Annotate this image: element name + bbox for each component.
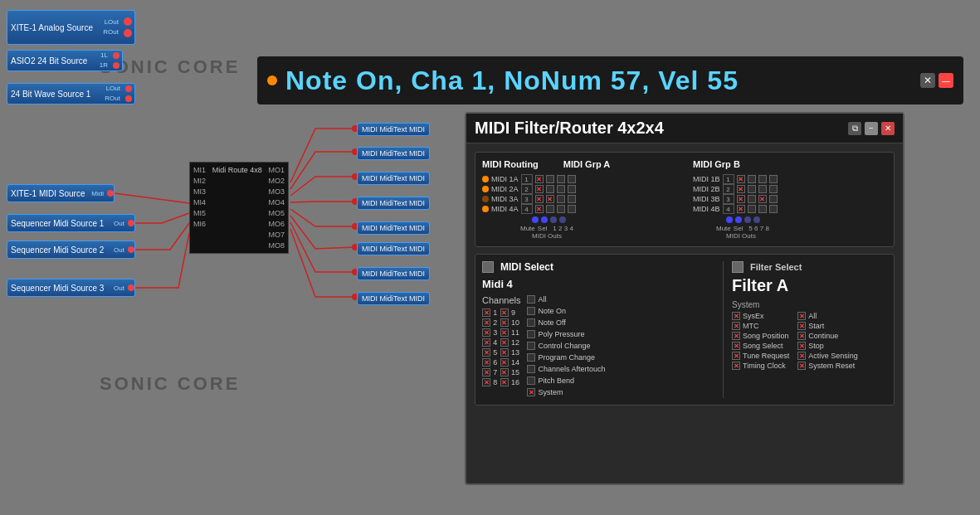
note-on-cb[interactable]: [527, 307, 535, 315]
midi-4b-cb3[interactable]: [758, 205, 767, 213]
program-change-cb[interactable]: [527, 353, 535, 362]
note-off-label: Note Off: [538, 318, 565, 327]
midi-display-close-btn[interactable]: ✕: [920, 73, 935, 88]
led-out-a1: [532, 216, 539, 223]
midi-4a-cb3[interactable]: [557, 205, 565, 213]
panel-min-btn[interactable]: −: [865, 122, 878, 135]
note-off-cb[interactable]: [527, 318, 535, 327]
song-select-cb[interactable]: ✕: [732, 342, 740, 350]
midi-display-min-btn[interactable]: —: [939, 73, 953, 88]
midi-3a-cb2[interactable]: ✕: [546, 195, 554, 203]
mtc-cb[interactable]: ✕: [732, 322, 740, 330]
poly-pressure-cb[interactable]: [527, 330, 535, 338]
ch9-cb[interactable]: ✕: [500, 309, 509, 317]
midi-node-6[interactable]: MIDI MidiText MIDI: [357, 242, 430, 255]
midi-3b-cb3[interactable]: ✕: [758, 195, 767, 203]
song-position-cb[interactable]: ✕: [732, 332, 740, 340]
midi-3a-cb4[interactable]: [568, 195, 576, 203]
midi-2b-cb2[interactable]: [748, 185, 756, 193]
midi-routing-section: MIDI Routing MIDI Grp A MIDI 1A 1 ✕: [475, 152, 895, 247]
midi-1a-cb4[interactable]: [568, 175, 576, 183]
continue-cb[interactable]: ✕: [797, 332, 806, 340]
tune-request-label: Tune Request: [743, 352, 789, 360]
program-change-item: Program Change: [527, 353, 605, 362]
xite-midi-source[interactable]: XITE-1 MIDI Source Midi: [7, 184, 115, 202]
midi-node-5[interactable]: MIDI MidiText MIDI: [357, 221, 430, 235]
ch16-cb[interactable]: ✕: [500, 378, 509, 386]
midi-2b-cb3[interactable]: [758, 185, 767, 193]
midi-node-1[interactable]: MIDI MidiText MIDI: [357, 123, 430, 136]
seq2-source[interactable]: Sequencer Midi Source 2 Out: [7, 240, 135, 259]
ch6-cb[interactable]: ✕: [482, 358, 490, 367]
midi-2a-cb1[interactable]: ✕: [535, 185, 544, 193]
led-out-b6: [735, 216, 742, 223]
ch8-cb[interactable]: ✕: [482, 378, 490, 386]
seq1-source[interactable]: Sequencer Midi Source 1 Out: [7, 214, 135, 232]
ch4-cb[interactable]: ✕: [482, 338, 490, 347]
midi-2b-cb4[interactable]: [769, 185, 778, 193]
mtc-item: ✕ MTC: [732, 322, 789, 330]
panel-close-btn[interactable]: ✕: [881, 122, 895, 135]
wave-source[interactable]: 24 Bit Wave Source 1 LOut ROut: [7, 83, 135, 104]
ch12-cb[interactable]: ✕: [500, 338, 509, 347]
asio-source[interactable]: ASIO2 24 Bit Source 1L 1R: [7, 50, 123, 71]
stop-cb[interactable]: ✕: [797, 342, 806, 350]
midi-1a-cb2[interactable]: [546, 175, 554, 183]
midi-4a-cb2[interactable]: [546, 205, 554, 213]
midi-3a-cb1[interactable]: ✕: [535, 195, 544, 203]
midi-4a-cb4[interactable]: [568, 205, 576, 213]
panel-copy-btn[interactable]: ⧉: [848, 122, 861, 135]
midi-4b-cb4[interactable]: [769, 205, 778, 213]
midi-4a-cb1[interactable]: ✕: [535, 205, 544, 213]
ch10-cb[interactable]: ✕: [500, 318, 509, 327]
all-cb[interactable]: [527, 295, 535, 304]
midi-route-block[interactable]: MI1 MI2 MI3 MI4 MI5 MI6 Midi Route 4x8 M…: [189, 162, 289, 254]
ch2-cb[interactable]: ✕: [482, 318, 490, 327]
midi-node-7[interactable]: MIDI MidiText MIDI: [357, 267, 430, 280]
midi-3b-cb1[interactable]: ✕: [737, 195, 745, 203]
seq3-source[interactable]: Sequencer Midi Source 3 Out: [7, 279, 135, 297]
midi-2a-cb4[interactable]: [568, 185, 576, 193]
seq2-port-label: Out: [114, 246, 126, 254]
active-sensing-cb[interactable]: ✕: [797, 352, 806, 360]
midi-2a-cb2[interactable]: [546, 185, 554, 193]
pitch-bend-cb[interactable]: [527, 377, 535, 385]
system-cb[interactable]: ✕: [527, 388, 535, 396]
channels-aftertouch-cb[interactable]: [527, 365, 535, 373]
midi-node-4[interactable]: MIDI MidiText MIDI: [357, 197, 430, 210]
midi-1b-cb4[interactable]: [769, 175, 778, 183]
midi-node-8[interactable]: MIDI MidiText MIDI: [357, 292, 430, 305]
start-cb[interactable]: ✕: [797, 322, 806, 330]
midi-1a-cb3[interactable]: [557, 175, 565, 183]
system-reset-cb[interactable]: ✕: [797, 362, 806, 370]
midi-3b-cb2[interactable]: [748, 195, 756, 203]
midi-node-2[interactable]: MIDI MidiText MIDI: [357, 147, 430, 160]
ch11-cb[interactable]: ✕: [500, 328, 509, 337]
ch7-cb[interactable]: ✕: [482, 368, 490, 377]
midi-3a-cb3[interactable]: [557, 195, 565, 203]
midi-3b-cb4[interactable]: [769, 195, 778, 203]
midi-1a-cb1[interactable]: ✕: [535, 175, 544, 183]
midi-4b-cb1[interactable]: ✕: [737, 205, 745, 213]
sysex-cb[interactable]: ✕: [732, 312, 740, 320]
midi-1b-cb3[interactable]: [758, 175, 767, 183]
midi-node-3[interactable]: MIDI MidiText MIDI: [357, 172, 430, 185]
midi-2b-cb1[interactable]: ✕: [737, 185, 745, 193]
ch15-cb[interactable]: ✕: [500, 368, 509, 377]
ch13-cb[interactable]: ✕: [500, 348, 509, 357]
control-change-cb[interactable]: [527, 342, 535, 350]
routing-row-4b: MIDI 4B 4 ✕: [693, 204, 887, 214]
ch1-cb[interactable]: ✕: [482, 309, 490, 317]
all-filter-cb[interactable]: ✕: [797, 312, 806, 320]
midi-1b-cb2[interactable]: [748, 175, 756, 183]
tune-request-cb[interactable]: ✕: [732, 352, 740, 360]
ch10-label: 10: [511, 318, 520, 327]
midi-4b-cb2[interactable]: [748, 205, 756, 213]
xite-analog-source[interactable]: XITE-1 Analog Source LOut ROut: [7, 10, 135, 45]
midi-1b-cb1[interactable]: ✕: [737, 175, 745, 183]
midi-2a-cb3[interactable]: [557, 185, 565, 193]
timing-clock-cb[interactable]: ✕: [732, 362, 740, 370]
ch5-cb[interactable]: ✕: [482, 348, 490, 357]
ch3-cb[interactable]: ✕: [482, 328, 490, 337]
ch14-cb[interactable]: ✕: [500, 358, 509, 367]
